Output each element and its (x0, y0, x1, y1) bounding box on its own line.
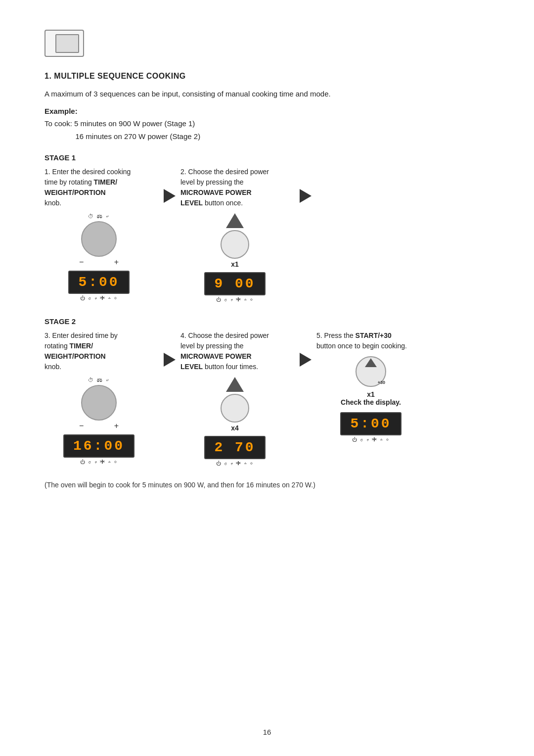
step1-col: 1. Enter the desired cooking time by rot… (44, 167, 158, 301)
step5-text: 5. Press the START/+30 button once to be… (316, 331, 410, 351)
example-text: To cook: 5 minutes on 900 W power (Stage… (44, 117, 490, 142)
step2-visual: x1 9 00 ⏻ ↺ ⇌ ✱ △ ◎ (180, 213, 289, 302)
arrow3 (158, 331, 180, 367)
x1-label: x1 (231, 260, 239, 268)
step2-text: 2. Choose the desired power level by pre… (180, 167, 274, 208)
page-number: 16 (263, 728, 271, 736)
knob-plusminus-1: −+ (79, 258, 119, 267)
start-diamond-icon (365, 358, 377, 367)
example-label: Example: (44, 107, 490, 115)
step3-col: 3. Enter desired time by rotating TIMER/… (44, 331, 158, 465)
step3-text: 3. Enter desired time by rotating TIMER/… (44, 331, 138, 372)
stage2-steps: 3. Enter desired time by rotating TIMER/… (44, 331, 490, 466)
step4-text: 4. Choose the desired power level by pre… (180, 331, 274, 372)
power-triangle-1 (226, 213, 244, 228)
knob-icons-1: ⏱ ⚖ ↩ (88, 213, 110, 219)
section-title: 1. MULTIPLE SEQUENCE COOKING (44, 72, 490, 81)
knob-plusminus-2: −+ (79, 422, 119, 430)
stage1-steps: 1. Enter the desired cooking time by rot… (44, 167, 490, 302)
example-block: Example: To cook: 5 minutes on 900 W pow… (44, 107, 490, 142)
arrow2 (294, 167, 316, 203)
knob-icons-2: ⏱ ⚖ ↩ (88, 377, 110, 383)
stage1-label: STAGE 1 (44, 153, 490, 162)
intro-text: A maximum of 3 sequences can be input, c… (44, 90, 490, 98)
lcd-icons-3: ⏻ ↺ ⇌ ✱ △ ◎ (80, 459, 118, 465)
step1-text: 1. Enter the desired cooking time by rot… (44, 167, 138, 208)
microwave-icon (44, 30, 84, 57)
stage1-section: STAGE 1 1. Enter the desired cooking tim… (44, 153, 490, 302)
step3-visual: ⏱ ⚖ ↩ −+ 16:00 ⏻ ↺ ⇌ ✱ △ ◎ (44, 377, 153, 465)
footer-note: (The oven will begin to cook for 5 minut… (44, 481, 490, 489)
lcd-icons-4: ⏻ ↺ ⇌ ✱ △ ◎ (216, 461, 254, 466)
arrow1 (158, 167, 180, 203)
start-circle-container: +30 (356, 356, 386, 387)
display3: 16:00 (63, 434, 134, 458)
x4-label: x4 (231, 424, 239, 432)
stage2-label: STAGE 2 (44, 317, 490, 326)
power-triangle-2 (226, 377, 244, 392)
lcd-icons-1: ⏻ ↺ ⇌ ✱ △ ◎ (80, 295, 118, 301)
display4: 2 70 (204, 436, 265, 459)
check-display-label: Check the display. (341, 398, 401, 406)
step5-visual: +30 x1 Check the display. 5:00 ⏻ ↺ ⇌ ✱ △… (316, 356, 425, 442)
display1: 5:00 (68, 271, 129, 294)
start-button-area: +30 (356, 356, 386, 387)
knob-1 (81, 221, 117, 257)
power-circle-2 (221, 394, 249, 423)
stage2-section: STAGE 2 3. Enter desired time by rotatin… (44, 317, 490, 466)
step1-visual: ⏱ ⚖ ↩ −+ 5:00 ⏻ ↺ ⇌ ✱ △ ◎ (44, 213, 153, 301)
arrow4 (294, 331, 316, 367)
lcd-icons-5: ⏻ ↺ ⇌ ✱ △ ◎ (352, 437, 390, 442)
lcd-icons-2: ⏻ ↺ ⇌ ✱ △ ◎ (216, 297, 254, 302)
display5: 5:00 (340, 412, 401, 435)
power-circle-1 (221, 230, 249, 259)
step4-col: 4. Choose the desired power level by pre… (180, 331, 294, 466)
x1-label-stage2: x1 (367, 390, 375, 398)
step4-visual: x4 2 70 ⏻ ↺ ⇌ ✱ △ ◎ (180, 377, 289, 466)
step5-col: 5. Press the START/+30 button once to be… (316, 331, 425, 442)
knob-2 (81, 385, 117, 421)
step2-col: 2. Choose the desired power level by pre… (180, 167, 294, 302)
display2: 9 00 (204, 272, 265, 295)
plus30-label: +30 (378, 380, 385, 385)
